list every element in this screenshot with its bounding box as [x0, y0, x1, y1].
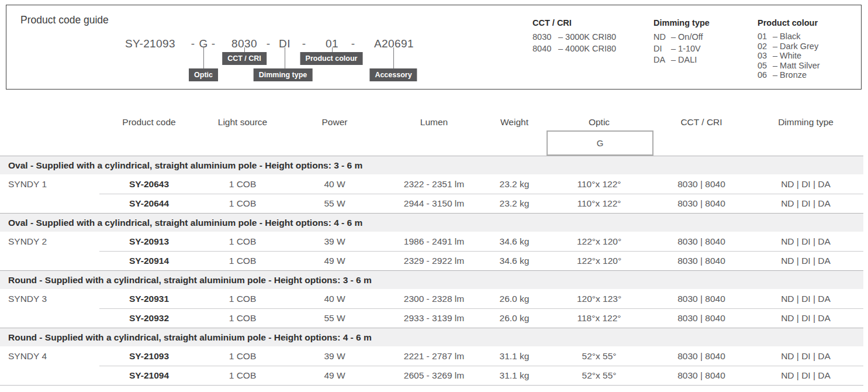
- power-cell: 55 W: [286, 194, 383, 213]
- col-header-weight: Weight: [485, 117, 544, 128]
- legend-item-value: – On/Off: [671, 32, 703, 43]
- spec-table-body: Oval - Supplied with a cylindrical, stra…: [0, 156, 863, 385]
- lumen-cell: 2944 - 3150 lm: [383, 194, 485, 213]
- cct-cri-cell: 8030 | 8040: [655, 174, 748, 194]
- lumen-cell: 2300 - 2328 lm: [383, 289, 485, 308]
- weight-cell: 34.6 kg: [485, 251, 544, 270]
- legend-item-code: 05: [758, 61, 773, 71]
- light-source-cell: 1 COB: [199, 308, 286, 328]
- legend-item-code: DA: [653, 54, 671, 66]
- guide-title: Product code guide: [20, 14, 109, 26]
- col-header-dimming-type: Dimming type: [748, 117, 863, 128]
- product-code-cell: SY-20914: [99, 251, 199, 270]
- lumen-cell: 2605 - 3269 lm: [383, 366, 485, 385]
- weight-cell: 23.2 kg: [485, 194, 544, 213]
- label-product-colour: Product colour: [300, 52, 363, 65]
- legend-item-code: 8040: [532, 43, 558, 55]
- legend-item: DI– 1-10V: [653, 43, 710, 55]
- product-code-guide-box: Product code guide SY-21093 - G - 8030 -…: [6, 5, 862, 90]
- code-accessory-value: A20691: [374, 37, 414, 50]
- connector-line-dimming: [285, 47, 285, 68]
- product-code-cell: SY-20913: [99, 232, 199, 251]
- legend-item-value: – Dark Grey: [773, 42, 818, 51]
- section-header: Round - Supplied with a cylindrical, str…: [0, 328, 863, 346]
- product-code-cell: SY-20643: [99, 174, 199, 194]
- cct-cri-cell: 8030 | 8040: [655, 232, 748, 251]
- dimming-type-cell: ND | DI | DA: [748, 289, 863, 308]
- optic-cell: 52°x 55°: [544, 346, 655, 366]
- code-separator: -: [267, 37, 271, 50]
- lumen-cell: 2221 - 2787 lm: [383, 346, 485, 366]
- legend-cct-cri: CCT / CRI 8030– 3000K CRI808040– 4000K C…: [532, 18, 616, 54]
- legend-item-value: – Matt Silver: [773, 61, 820, 71]
- dimming-type-cell: ND | DI | DA: [748, 251, 863, 270]
- table-header-row: Product code Light source Power Lumen We…: [0, 115, 863, 130]
- power-cell: 55 W: [286, 308, 383, 328]
- weight-cell: 31.1 kg: [485, 366, 544, 385]
- table-row: SYNDY 2 SY-20913 1 COB 39 W 1986 - 2491 …: [0, 232, 863, 251]
- legend-item-code: 02: [758, 42, 773, 51]
- product-name-cell: [0, 194, 99, 213]
- table-row: SYNDY 3 SY-20931 1 COB 40 W 2300 - 2328 …: [0, 289, 863, 308]
- optic-group-box: G: [547, 130, 653, 156]
- legend-item: 05– Matt Silver: [758, 61, 820, 71]
- cct-cri-cell: 8030 | 8040: [655, 194, 748, 213]
- legend-item: 01– Black: [758, 32, 820, 42]
- table-row: SYNDY 4 SY-21093 1 COB 39 W 2221 - 2787 …: [0, 346, 863, 366]
- section-label: Oval - Supplied with a cylindrical, stra…: [8, 218, 362, 228]
- legend-item-value: – White: [773, 51, 801, 61]
- section-label: Round - Supplied with a cylindrical, str…: [8, 332, 372, 343]
- legend-item-code: 8030: [532, 32, 558, 43]
- table-row: SY-20914 1 COB 49 W 2329 - 2922 lm 34.6 …: [0, 251, 863, 270]
- cct-cri-cell: 8030 | 8040: [655, 308, 748, 328]
- legend-item: 06– Bronze: [758, 70, 820, 80]
- legend-item-value: – Bronze: [773, 70, 807, 80]
- lumen-cell: 1986 - 2491 lm: [383, 232, 485, 251]
- power-cell: 49 W: [286, 366, 383, 385]
- power-cell: 49 W: [286, 251, 383, 270]
- light-source-cell: 1 COB: [199, 289, 286, 308]
- weight-cell: 34.6 kg: [485, 232, 544, 251]
- cct-cri-cell: 8030 | 8040: [655, 346, 748, 366]
- lumen-cell: 2933 - 3139 lm: [383, 308, 485, 328]
- light-source-cell: 1 COB: [199, 174, 286, 194]
- col-header-cct-cri: CCT / CRI: [655, 117, 748, 128]
- legend-items-cct: 8030– 3000K CRI808040– 4000K CRI80: [532, 32, 616, 54]
- cct-cri-cell: 8030 | 8040: [655, 289, 748, 308]
- legend-item-code: 06: [758, 70, 773, 80]
- legend-heading-cct: CCT / CRI: [532, 18, 616, 27]
- legend-item: ND– On/Off: [653, 32, 710, 43]
- product-name-cell: [0, 251, 99, 270]
- weight-cell: 26.0 kg: [485, 308, 544, 328]
- section-label: Round - Supplied with a cylindrical, str…: [8, 275, 372, 286]
- product-name-cell: SYNDY 1: [0, 174, 99, 194]
- col-header-optic: Optic: [544, 117, 655, 128]
- section-header: Oval - Supplied with a cylindrical, stra…: [0, 213, 863, 232]
- legend-item-code: ND: [653, 32, 671, 43]
- table-row: SY-20932 1 COB 55 W 2933 - 3139 lm 26.0 …: [0, 308, 863, 328]
- dimming-type-cell: ND | DI | DA: [748, 308, 863, 328]
- power-cell: 39 W: [286, 346, 383, 366]
- connector-line-accessory: [393, 47, 394, 68]
- legend-heading-colour: Product colour: [758, 18, 820, 27]
- label-cct-cri: CCT / CRI: [222, 52, 267, 65]
- section-header: Oval - Supplied with a cylindrical, stra…: [0, 156, 863, 174]
- weight-cell: 31.1 kg: [485, 346, 544, 366]
- spec-table: Product code Light source Power Lumen We…: [0, 115, 863, 386]
- col-header-light-source: Light source: [199, 117, 286, 128]
- col-header-product-code: Product code: [99, 117, 199, 128]
- product-name-cell: SYNDY 2: [0, 232, 99, 251]
- code-base: SY-21093: [125, 37, 175, 50]
- optic-cell: 52°x 55°: [544, 366, 655, 385]
- optic-cell: 122°x 120°: [544, 232, 655, 251]
- legend-item-value: – 3000K CRI80: [558, 32, 616, 43]
- legend-item-value: – 4000K CRI80: [558, 43, 616, 55]
- section-header: Round - Supplied with a cylindrical, str…: [0, 270, 863, 289]
- col-header-power: Power: [286, 117, 383, 128]
- optic-cell: 110°x 122°: [544, 194, 655, 213]
- legend-item-value: – DALI: [671, 54, 697, 66]
- product-name-cell: SYNDY 4: [0, 346, 99, 366]
- code-separator: -: [351, 37, 355, 50]
- product-code-cell: SY-20644: [99, 194, 199, 213]
- optic-cell: 122°x 120°: [544, 251, 655, 270]
